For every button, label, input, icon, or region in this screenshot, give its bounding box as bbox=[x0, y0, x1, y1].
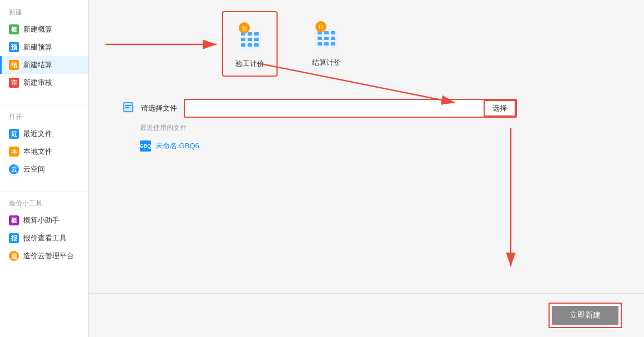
sidebar-item-new-yusuan[interactable]: 预 新建预算 bbox=[0, 38, 88, 56]
new-section-title: 新建 bbox=[0, 6, 88, 21]
sidebar-item-local[interactable]: 本 本地文件 bbox=[0, 143, 88, 160]
svg-rect-19 bbox=[318, 42, 322, 46]
bottom-area: 立即新建 bbox=[89, 293, 644, 337]
sidebar-item-zaojia[interactable]: 造 造价云管理平台 bbox=[0, 247, 88, 265]
file-select-label: 请选择文件 bbox=[141, 103, 177, 113]
create-btn-wrapper: 立即新建 bbox=[549, 303, 622, 328]
sidebar-item-baojia[interactable]: 报 报价查看工具 bbox=[0, 229, 88, 247]
svg-text:验: 验 bbox=[242, 26, 247, 31]
svg-rect-3 bbox=[254, 32, 259, 36]
svg-rect-9 bbox=[254, 43, 259, 47]
gaisuan-label: 概算小助手 bbox=[23, 215, 59, 225]
shenhe-icon: 审 bbox=[9, 78, 19, 88]
sidebar-item-new-gaijian[interactable]: 概 新建概算 bbox=[0, 21, 88, 38]
jiesuan-label: 新建结算 bbox=[23, 60, 52, 70]
recent-icon: 近 bbox=[9, 129, 19, 139]
baojia-icon: 报 bbox=[9, 233, 19, 243]
recent-files-label: 最近使用的文件 bbox=[122, 123, 622, 133]
file-select-row: 请选择文件 选择 bbox=[122, 99, 622, 118]
local-label: 本地文件 bbox=[23, 147, 52, 157]
file-input[interactable] bbox=[185, 100, 485, 117]
recent-label: 最近文件 bbox=[23, 129, 52, 139]
create-btn[interactable]: 立即新建 bbox=[552, 306, 618, 325]
svg-rect-7 bbox=[241, 43, 245, 47]
gbq-file-icon: GBQ bbox=[140, 140, 151, 152]
yusuan-icon: 预 bbox=[9, 42, 19, 52]
sidebar-item-cloud[interactable]: 云 云空间 bbox=[0, 160, 88, 178]
svg-rect-17 bbox=[324, 37, 329, 40]
tools-section: 造价小工具 概 概算小助手 报 报价查看工具 造 造价云管理平台 bbox=[0, 197, 88, 265]
gaijian-label: 新建概算 bbox=[23, 24, 52, 34]
svg-rect-14 bbox=[324, 31, 329, 34]
tools-section-title: 造价小工具 bbox=[0, 197, 88, 212]
open-section-title: 打开 bbox=[0, 110, 88, 125]
svg-rect-21 bbox=[331, 42, 335, 46]
svg-rect-15 bbox=[331, 31, 335, 34]
main-content: 验 验工计价 bbox=[89, 0, 644, 337]
svg-rect-27 bbox=[125, 107, 129, 108]
yangong-card[interactable]: 验 验工计价 bbox=[222, 11, 278, 77]
cloud-label: 云空间 bbox=[23, 164, 45, 174]
local-icon: 本 bbox=[9, 147, 19, 157]
sidebar-item-gaisuan[interactable]: 概 概算小助手 bbox=[0, 212, 88, 229]
gaijian-icon: 概 bbox=[9, 24, 19, 34]
recent-file-item[interactable]: GBQ 未命名.GBQ6 bbox=[122, 137, 622, 155]
recent-file-name: 未命名.GBQ6 bbox=[155, 141, 199, 151]
svg-rect-8 bbox=[248, 43, 252, 47]
cloud-icon: 云 bbox=[9, 164, 19, 174]
gaisuan-icon: 概 bbox=[9, 215, 19, 225]
file-select-icon bbox=[122, 101, 134, 116]
main-panel: 验 验工计价 bbox=[89, 0, 644, 337]
svg-rect-16 bbox=[318, 37, 322, 40]
zaojia-icon: 造 bbox=[9, 251, 19, 261]
jiesuan-svg: 结 bbox=[310, 19, 343, 52]
sidebar: 新建 概 新建概算 预 新建预算 结 新建结算 审 新建审核 打开 近 最近文件… bbox=[0, 0, 89, 337]
yusuan-label: 新建预算 bbox=[23, 42, 52, 52]
svg-rect-5 bbox=[248, 38, 252, 41]
jiesuan-icon: 结 bbox=[9, 60, 19, 70]
jiesuan-img: 结 bbox=[309, 18, 344, 53]
svg-rect-4 bbox=[241, 38, 245, 41]
jiesuan-card[interactable]: 结 结算计价 bbox=[300, 11, 353, 77]
svg-text:结: 结 bbox=[319, 24, 324, 30]
sidebar-item-recent[interactable]: 近 最近文件 bbox=[0, 125, 88, 143]
svg-rect-20 bbox=[324, 42, 329, 46]
svg-rect-6 bbox=[254, 38, 259, 41]
shenhe-label: 新建审核 bbox=[23, 78, 52, 88]
icon-grid: 验 验工计价 bbox=[111, 11, 622, 77]
svg-rect-2 bbox=[248, 32, 252, 36]
file-input-wrapper: 选择 bbox=[184, 99, 517, 118]
yangong-img: 验 bbox=[232, 19, 268, 54]
svg-rect-18 bbox=[331, 37, 335, 40]
new-section: 新建 概 新建概算 预 新建预算 结 新建结算 审 新建审核 bbox=[0, 6, 88, 92]
svg-rect-26 bbox=[125, 105, 132, 106]
file-select-area: 请选择文件 选择 最近使用的文件 GBQ 未命名.GBQ6 bbox=[111, 99, 622, 155]
sidebar-item-new-jiesuan[interactable]: 结 新建结算 bbox=[0, 56, 88, 74]
zaojia-label: 造价云管理平台 bbox=[23, 251, 74, 261]
file-select-btn[interactable]: 选择 bbox=[484, 100, 516, 117]
sidebar-item-new-shenhe[interactable]: 审 新建审核 bbox=[0, 74, 88, 92]
yangong-label: 验工计价 bbox=[235, 59, 264, 69]
baojia-label: 报价查看工具 bbox=[23, 233, 67, 243]
jiesuan-label: 结算计价 bbox=[312, 58, 341, 68]
yangong-svg: 验 bbox=[233, 20, 266, 53]
open-section: 打开 近 最近文件 本 本地文件 云 云空间 bbox=[0, 110, 88, 178]
